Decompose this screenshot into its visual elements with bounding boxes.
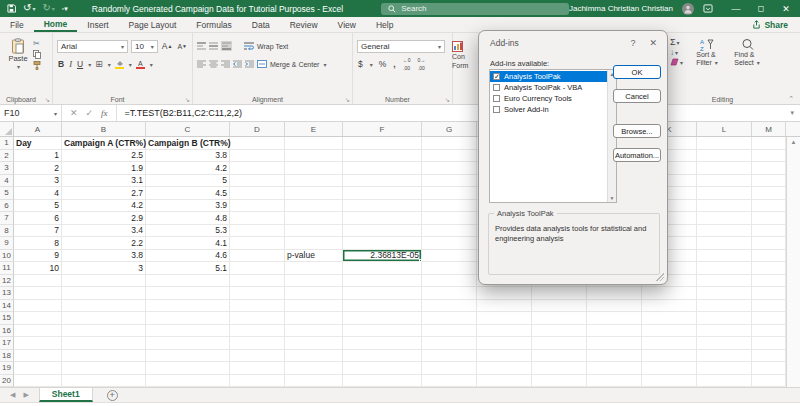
cell-F16[interactable]: [343, 325, 422, 338]
cell-D20[interactable]: [230, 375, 285, 388]
cell-E16[interactable]: [285, 325, 343, 338]
cell-A2[interactable]: 1: [14, 150, 62, 163]
cell-M9[interactable]: [752, 237, 786, 250]
cell-B5[interactable]: 2.7: [62, 187, 146, 200]
cell-D11[interactable]: [230, 262, 285, 275]
cell-F4[interactable]: [343, 175, 422, 188]
row-header-6[interactable]: 6: [0, 200, 14, 213]
cell-D1[interactable]: [230, 137, 285, 150]
align-left-icon[interactable]: [197, 60, 206, 68]
clear-icon[interactable]: ▾: [669, 58, 684, 66]
cell-F5[interactable]: [343, 187, 422, 200]
cell-J20[interactable]: [587, 375, 642, 388]
cell-L2[interactable]: [697, 150, 752, 163]
italic-button[interactable]: I: [68, 59, 73, 69]
search-box[interactable]: Search: [381, 3, 569, 15]
cell-E1[interactable]: [285, 137, 343, 150]
cell-A10[interactable]: 9: [14, 250, 62, 263]
cell-A11[interactable]: 10: [14, 262, 62, 275]
row-header-5[interactable]: 5: [0, 187, 14, 200]
cell-I19[interactable]: [532, 362, 587, 375]
dialog-close-icon[interactable]: ✕: [649, 38, 657, 48]
row-header-2[interactable]: 2: [0, 150, 14, 163]
cell-B16[interactable]: [62, 325, 146, 338]
tab-review[interactable]: Review: [280, 17, 328, 32]
cell-G1[interactable]: [422, 137, 477, 150]
cell-B9[interactable]: 2.2: [62, 237, 146, 250]
cell-M10[interactable]: [752, 250, 786, 263]
name-box-caret-icon[interactable]: ▾: [54, 110, 57, 117]
cell-C12[interactable]: [146, 275, 230, 288]
fill-handle[interactable]: [419, 259, 422, 262]
cell-C19[interactable]: [146, 362, 230, 375]
share-button[interactable]: Share: [752, 17, 788, 32]
restore-icon[interactable]: ◻: [753, 4, 769, 13]
cell-C5[interactable]: 4.5: [146, 187, 230, 200]
row-header-20[interactable]: 20: [0, 375, 14, 388]
paste-button[interactable]: Paste ▾: [4, 36, 32, 92]
merge-center-icon[interactable]: [257, 60, 267, 68]
cell-L15[interactable]: [697, 312, 752, 325]
cell-J14[interactable]: [587, 300, 642, 313]
cell-G8[interactable]: [422, 225, 477, 238]
cell-F17[interactable]: [343, 337, 422, 350]
cell-M2[interactable]: [752, 150, 786, 163]
row-header-10[interactable]: 10: [0, 250, 14, 263]
cell-B17[interactable]: [62, 337, 146, 350]
cell-A13[interactable]: [14, 287, 62, 300]
row-header-18[interactable]: 18: [0, 350, 14, 363]
addin-item-solver-add-in[interactable]: Solver Add-in: [490, 104, 616, 115]
cell-M17[interactable]: [752, 337, 786, 350]
vertical-scrollbar[interactable]: ▲: [786, 137, 800, 387]
cell-B18[interactable]: [62, 350, 146, 363]
cell-I13[interactable]: [532, 287, 587, 300]
fill-color-caret-icon[interactable]: ▾: [129, 61, 132, 68]
column-header-D[interactable]: D: [230, 122, 285, 136]
cell-A6[interactable]: 5: [14, 200, 62, 213]
wrap-text-icon[interactable]: [244, 42, 254, 50]
cell-G6[interactable]: [422, 200, 477, 213]
checkbox-icon[interactable]: [493, 84, 500, 91]
cell-D12[interactable]: [230, 275, 285, 288]
cell-E20[interactable]: [285, 375, 343, 388]
currency-format-icon[interactable]: $: [357, 59, 364, 69]
ok-button[interactable]: OK: [613, 65, 661, 79]
cell-M7[interactable]: [752, 212, 786, 225]
cell-B20[interactable]: [62, 375, 146, 388]
new-sheet-icon[interactable]: +: [107, 390, 118, 401]
cell-A7[interactable]: 6: [14, 212, 62, 225]
sort-filter-button[interactable]: AZ Sort &Filter ▾: [690, 36, 724, 67]
increase-decimal-icon[interactable]: ←0.00: [402, 56, 412, 72]
copy-icon[interactable]: [32, 50, 42, 59]
column-header-L[interactable]: L: [697, 122, 752, 136]
find-select-button[interactable]: Find &Select ▾: [730, 36, 764, 67]
decrease-indent-icon[interactable]: [233, 60, 242, 68]
cell-C4[interactable]: 5: [146, 175, 230, 188]
browse-button[interactable]: Browse...: [613, 124, 661, 138]
cell-L20[interactable]: [697, 375, 752, 388]
cell-L7[interactable]: [697, 212, 752, 225]
cell-L17[interactable]: [697, 337, 752, 350]
align-middle-icon[interactable]: [209, 42, 218, 50]
cell-F6[interactable]: [343, 200, 422, 213]
cell-C14[interactable]: [146, 300, 230, 313]
cell-E3[interactable]: [285, 162, 343, 175]
cell-B14[interactable]: [62, 300, 146, 313]
cell-E13[interactable]: [285, 287, 343, 300]
cell-D15[interactable]: [230, 312, 285, 325]
cell-B19[interactable]: [62, 362, 146, 375]
cell-E19[interactable]: [285, 362, 343, 375]
listbox-scroll-down-icon[interactable]: ▼: [610, 195, 615, 201]
cell-B7[interactable]: 2.9: [62, 212, 146, 225]
cell-E10[interactable]: p-value: [285, 250, 343, 263]
avatar[interactable]: [682, 3, 694, 15]
cell-G3[interactable]: [422, 162, 477, 175]
font-size-combo[interactable]: 10▾: [131, 40, 158, 53]
font-name-combo[interactable]: Arial▾: [57, 40, 128, 53]
cell-C20[interactable]: [146, 375, 230, 388]
borders-caret-icon[interactable]: ▾: [108, 61, 111, 68]
cell-A4[interactable]: 3: [14, 175, 62, 188]
cell-K19[interactable]: [642, 362, 697, 375]
expand-formula-bar-icon[interactable]: ▾: [790, 109, 800, 117]
cell-M14[interactable]: [752, 300, 786, 313]
